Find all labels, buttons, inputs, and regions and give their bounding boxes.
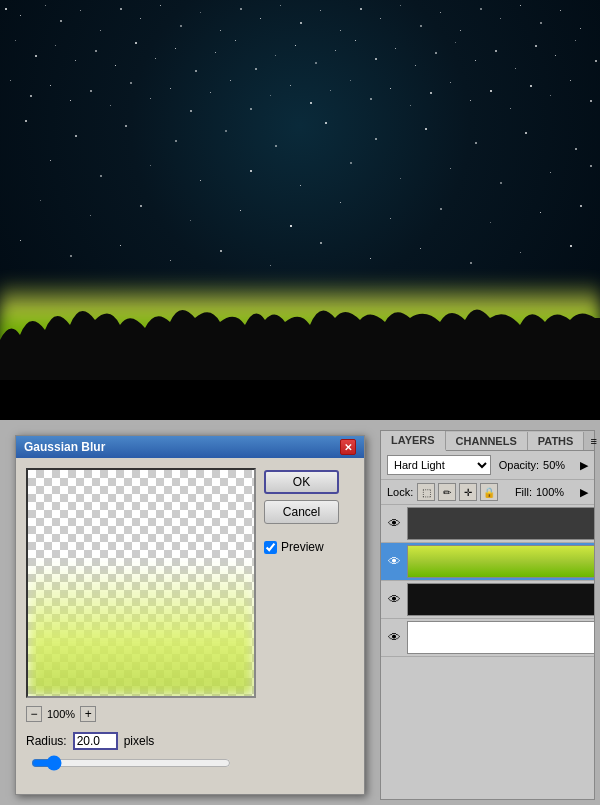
preview-checkbox[interactable] [264,541,277,554]
radius-label: Radius: [26,734,67,748]
radius-unit: pixels [124,734,155,748]
lock-row: Lock: ⬚ ✏ ✛ 🔒 Fill: 100% ▶ [381,480,594,505]
zoom-controls: − 100% + [26,706,256,722]
stars-layer [0,0,600,315]
layer-row-trees[interactable]: 👁 trees [381,505,594,543]
dialog-title: Gaussian Blur [24,440,105,454]
blend-mode-select[interactable]: Hard Light Normal Multiply Screen Overla… [387,455,491,475]
preview-gradient [28,560,254,696]
opacity-arrow[interactable]: ▶ [580,459,588,472]
layer-row-stars[interactable]: 👁 stars [381,581,594,619]
preview-label: Preview [281,540,324,554]
fill-value: 100% [536,486,576,498]
eye-icon-trees[interactable]: 👁 [385,515,403,533]
layer-thumb-stars [407,583,594,616]
preview-checkerboard [28,470,254,560]
zoom-in-button[interactable]: + [80,706,96,722]
lock-label: Lock: [387,486,413,498]
radius-input[interactable] [73,732,118,750]
fill-arrow[interactable]: ▶ [580,486,588,499]
layers-tabs: LAYERS CHANNELS PATHS ≡ [381,431,594,451]
layer-row-background[interactable]: 👁 Background 🔒 [381,619,594,657]
dialog-content: − 100% + Radius: pixels OK Cancel [16,458,364,794]
lock-icons: ⬚ ✏ ✛ 🔒 [417,483,498,501]
layer-thumb-background [407,621,594,654]
preview-area [26,468,256,698]
radius-slider-container [26,756,256,773]
tab-paths[interactable]: PATHS [528,432,585,450]
zoom-level: 100% [47,708,75,720]
cancel-button[interactable]: Cancel [264,500,339,524]
dialog-titlebar: Gaussian Blur ✕ [16,436,364,458]
lock-move-button[interactable]: ✛ [459,483,477,501]
blend-row: Hard Light Normal Multiply Screen Overla… [381,451,594,480]
dialog-left: − 100% + Radius: pixels [26,468,256,784]
layer-row-aurorabottom[interactable]: 👁 aurorabottom [381,543,594,581]
eye-icon-aurorabottom[interactable]: 👁 [385,553,403,571]
radius-slider[interactable] [31,756,231,770]
dialog-right: OK Cancel Preview [264,468,339,784]
eye-icon-background[interactable]: 👁 [385,629,403,647]
tab-layers[interactable]: LAYERS [381,431,446,451]
gaussian-blur-dialog[interactable]: Gaussian Blur ✕ − 100% + Radius: [15,435,365,795]
treeline-svg [0,300,600,380]
dialog-close-button[interactable]: ✕ [340,439,356,455]
ok-button[interactable]: OK [264,470,339,494]
lock-pixels-button[interactable]: ⬚ [417,483,435,501]
main-canvas [0,0,600,420]
tab-channels[interactable]: CHANNELS [446,432,528,450]
radius-row: Radius: pixels [26,732,256,750]
layer-thumb-aurorabottom [407,545,594,578]
eye-icon-stars[interactable]: 👁 [385,591,403,609]
dialog-main-row: − 100% + Radius: pixels OK Cancel [26,468,354,784]
bottom-panel: Gaussian Blur ✕ − 100% + Radius: [0,420,600,805]
zoom-out-button[interactable]: − [26,706,42,722]
layer-thumb-trees [407,507,594,540]
layers-panel-menu-button[interactable]: ≡ [584,432,600,450]
layers-list: 👁 trees 👁 aurorabottom 👁 stars 👁 Backg [381,505,594,778]
treeline-layer [0,340,600,420]
layers-panel: LAYERS CHANNELS PATHS ≡ Hard Light Norma… [380,430,595,800]
preview-checkbox-row: Preview [264,540,339,554]
fill-label: Fill: [515,486,532,498]
lock-all-button[interactable]: 🔒 [480,483,498,501]
lock-position-button[interactable]: ✏ [438,483,456,501]
opacity-value: 50% [543,459,576,471]
opacity-label: Opacity: [499,459,539,471]
